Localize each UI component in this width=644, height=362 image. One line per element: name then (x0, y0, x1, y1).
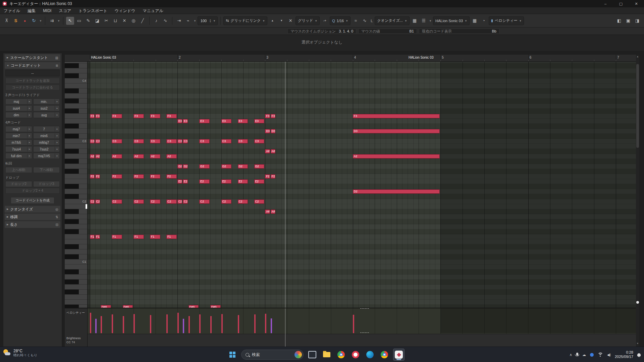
chord-type-button[interactable]: mMaj7▸ (33, 139, 60, 145)
clock-widget[interactable]: 0:28 2025/09/17 (615, 350, 633, 359)
midi-note[interactable]: F2 (166, 174, 177, 179)
wifi-icon[interactable] (598, 353, 603, 357)
piano-keyboard[interactable]: C4C3C2C1 (65, 62, 88, 308)
midi-note[interactable]: A2 (166, 154, 177, 159)
midi-note[interactable]: A2 (112, 154, 122, 159)
velocity-bar[interactable] (101, 316, 102, 333)
chord-type-button[interactable]: maj7/#5▸ (33, 153, 60, 159)
midi-note[interactable]: D#0 (189, 305, 199, 308)
midi-note[interactable]: F3 (271, 114, 275, 118)
piano-key-white[interactable] (65, 239, 88, 244)
velocity-bar[interactable] (150, 315, 151, 333)
chord-type-button[interactable]: sus4▸ (5, 105, 32, 111)
note-grid[interactable]: F3F3F3F3F3F3E3E3E3E3E3E3C3C3C3C3C3C3C3C3… (88, 62, 636, 308)
midi-note[interactable]: C2 (183, 199, 187, 204)
velocity-bar[interactable] (210, 316, 212, 333)
midi-note[interactable]: F1 (112, 235, 122, 239)
midi-note[interactable]: C3 (238, 139, 248, 143)
midi-note[interactable]: D3 (271, 129, 275, 133)
piano-key-white[interactable] (65, 114, 88, 119)
quantize-panel-icon[interactable]: ∿ (361, 17, 369, 25)
match-chord-track-button[interactable]: コードトラックに合わせる (5, 84, 60, 90)
piano-key-white[interactable] (65, 119, 88, 124)
piano-key-black[interactable] (65, 209, 88, 214)
chord-type-button[interactable]: dim▸ (5, 112, 32, 118)
record-button[interactable]: ● (21, 17, 29, 25)
menu-item-1[interactable]: 編集 (24, 7, 39, 14)
close-button[interactable]: ✕ (629, 0, 644, 7)
midi-note[interactable]: F3 (112, 114, 122, 118)
timeline-ruler[interactable]: 234567HALion Sonic 03HALion Sonic 03 (65, 55, 636, 62)
menu-item-4[interactable]: トランスポート (75, 7, 111, 14)
autoscroll-button[interactable]: ⇉ (48, 17, 56, 25)
chevron-down-icon[interactable]: ▾ (429, 19, 432, 22)
zoom-tool[interactable]: ◎ (129, 17, 138, 25)
tray-chevron-up-icon[interactable]: ∧ (570, 353, 572, 357)
midi-note[interactable]: C3 (133, 139, 144, 143)
midi-note[interactable]: A#2 (271, 149, 275, 154)
piano-key-white[interactable] (65, 275, 88, 280)
piano-key-black[interactable] (65, 99, 88, 104)
piano-key-black[interactable] (65, 269, 88, 275)
chord-type-button[interactable]: 7sus4▸ (5, 146, 32, 152)
midi-note[interactable]: D#0 (101, 305, 111, 308)
inspector-button[interactable]: 上へ移動 (5, 167, 32, 173)
velocity-bar[interactable] (199, 314, 201, 333)
menu-item-5[interactable]: ウィンドウ (111, 7, 139, 14)
chevron-down-icon[interactable]: ▾ (193, 19, 197, 22)
chevron-down-icon[interactable]: ▾ (39, 19, 42, 22)
window-layout-icon[interactable]: ▣ (624, 17, 632, 25)
inspector-section-scale-assistant[interactable]: ▶スケールアシスタント▥ (5, 54, 60, 61)
taskbar-browser-2[interactable] (379, 349, 390, 361)
left-zone-icon[interactable]: ◧ (615, 17, 623, 25)
select-tool[interactable]: ↖ (66, 17, 74, 25)
piano-key-black[interactable] (65, 149, 88, 154)
piano-key-white[interactable]: C1 (65, 259, 88, 264)
taskbar-cubase-active[interactable] (393, 349, 405, 361)
midi-note[interactable]: E2 (238, 179, 248, 184)
piano-key-black[interactable] (65, 229, 88, 234)
snap-toggle[interactable]: ✕ (286, 17, 294, 25)
taskbar-opera[interactable] (350, 349, 361, 361)
grid-view-icon[interactable]: ▦ (411, 17, 419, 25)
trim-tool[interactable]: ▭ (75, 17, 83, 25)
piano-key-black[interactable] (65, 219, 88, 224)
midi-note[interactable]: A2 (353, 154, 440, 159)
inspector-section-quantize[interactable]: ▶クオンタイズ◎ (5, 206, 60, 213)
midi-note[interactable]: A2 (95, 154, 100, 159)
vertical-scrollbar[interactable]: ▲ ▼ (636, 55, 639, 347)
piano-key-white[interactable] (65, 164, 88, 169)
piano-key-white[interactable] (65, 83, 88, 88)
midi-note[interactable]: E2 (221, 179, 232, 184)
midi-note[interactable]: C2 (150, 199, 160, 204)
volume-icon[interactable]: ◀) (607, 353, 611, 357)
piano-key-white[interactable] (65, 234, 88, 239)
scroll-up-icon[interactable]: ▲ (636, 55, 639, 58)
chevron-down-icon[interactable]: ▾ (57, 19, 60, 22)
microphone-icon[interactable] (576, 353, 578, 356)
scroll-handle-dot[interactable] (636, 301, 639, 304)
inspector-button[interactable]: 下へ移動 (33, 167, 60, 173)
velocity-bar[interactable] (177, 313, 179, 333)
inspector-section-chord-edit[interactable]: ▼コードエディット≣ (5, 62, 60, 69)
grid-link-dropdown[interactable]: ⇆ グリッドにリンク ▾ (223, 16, 267, 25)
scroll-down-icon[interactable]: ▼ (636, 342, 639, 345)
draw-tool[interactable]: ✎ (84, 17, 92, 25)
piano-key-white[interactable] (65, 104, 88, 109)
velocity-bar[interactable] (183, 319, 184, 333)
piano-key-white[interactable] (65, 285, 88, 290)
velocity-bar[interactable] (112, 314, 113, 333)
midi-note[interactable]: F1 (90, 235, 95, 239)
midi-input-button[interactable]: ⌁ (184, 17, 192, 25)
midi-note[interactable]: F1 (133, 235, 144, 239)
midi-note[interactable]: C2 (199, 199, 210, 204)
midi-note[interactable]: A2 (90, 154, 95, 159)
piano-key-white[interactable] (65, 249, 88, 254)
piano-key-black[interactable] (65, 109, 88, 114)
midi-note[interactable]: F3 (90, 114, 95, 118)
glue-tool[interactable]: ⊔ (111, 17, 119, 25)
midi-note[interactable]: D3 (353, 129, 440, 133)
drop-2-4-button[interactable]: ドロップ2 + 4 (5, 188, 60, 194)
midi-note[interactable]: C3 (112, 139, 122, 143)
midi-note[interactable]: G2 (254, 164, 265, 169)
